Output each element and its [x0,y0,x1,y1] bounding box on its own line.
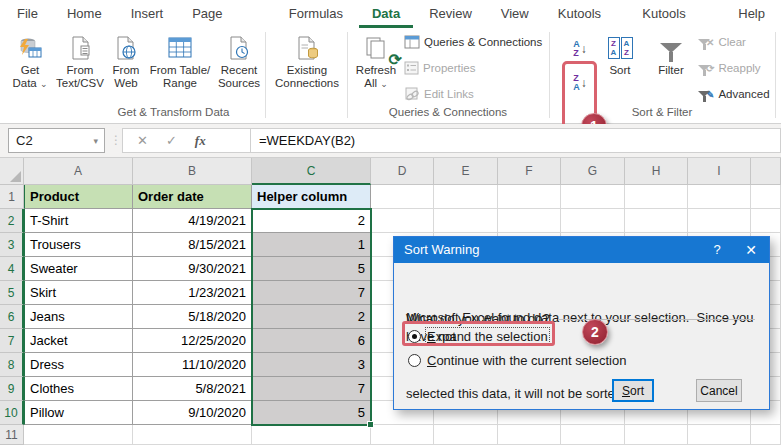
column-header-E[interactable]: E [434,158,498,185]
tab-view[interactable]: View [488,0,542,28]
get-data-button[interactable]: Get Data ⌄ [8,32,52,91]
cell-C2[interactable]: 2 [252,209,371,233]
name-box-dropdown-icon[interactable]: ▾ [93,136,98,146]
recent-sources-button[interactable]: Recent Sources [214,32,264,90]
cell-A2[interactable]: T-Shirt [24,209,133,233]
cell-D2[interactable] [371,209,434,233]
radio-expand-label[interactable]: Expand the selection [427,329,548,344]
cell-B7[interactable]: 12/25/2020 [133,329,252,353]
properties-button[interactable]: Properties [404,58,475,78]
from-web-button[interactable]: From Web [106,32,146,90]
cell-B3[interactable]: 8/15/2021 [133,233,252,257]
tab-file[interactable]: File [4,0,51,28]
queries-connections-button[interactable]: Queries & Connections [404,32,542,52]
radio-expand-selection[interactable]: Expand the selection [408,327,548,345]
cell-H1[interactable] [625,185,688,209]
cell-B4[interactable]: 9/30/2021 [133,257,252,281]
dialog-help-button[interactable]: ? [701,237,733,263]
tab-help[interactable]: Help [725,0,778,28]
cell-A6[interactable]: Jeans [24,305,133,329]
row-header-9[interactable]: 9 [0,377,24,401]
row-header-8[interactable]: 8 [0,353,24,377]
tab-formulas[interactable]: Formulas [276,0,356,28]
column-header-H[interactable]: H [625,158,688,185]
row-header-4[interactable]: 4 [0,257,24,281]
cell-A9[interactable]: Clothes [24,377,133,401]
cell-B5[interactable]: 1/23/2021 [133,281,252,305]
refresh-all-button[interactable]: ⟳ Refresh All ⌄ [352,32,400,91]
column-header-C[interactable]: C [252,158,371,185]
column-header-G[interactable]: G [561,158,625,185]
cell-C5[interactable]: 7 [252,281,371,305]
cell-C3[interactable]: 1 [252,233,371,257]
sort-descending-button[interactable]: ZA ↓ [566,68,594,98]
dialog-cancel-button[interactable]: Cancel [696,379,742,402]
cell-partial-2[interactable] [751,209,781,233]
cell-G1[interactable] [561,185,625,209]
column-header-D[interactable]: D [371,158,434,185]
filter-button[interactable]: Filter [648,32,694,77]
cell-C7[interactable]: 6 [252,329,371,353]
insert-function-icon[interactable]: fx [195,133,206,149]
edit-links-button[interactable]: Edit Links [404,84,474,104]
row-header-5[interactable]: 5 [0,281,24,305]
cell-A11[interactable] [24,425,133,445]
cell-I2[interactable] [688,209,751,233]
sort-ascending-button[interactable]: AZ ↓ [566,34,594,64]
column-header-B[interactable]: B [133,158,252,185]
from-text-csv-button[interactable]: From Text/CSV [54,32,106,90]
tab-page-layout[interactable]: Page Layout [179,0,273,28]
formula-input[interactable]: =WEEKDAY(B2) [250,128,781,153]
cell-F1[interactable] [498,185,561,209]
cell-C8[interactable]: 3 [252,353,371,377]
from-table-range-button[interactable]: From Table/ Range [146,32,214,90]
cell-A8[interactable]: Dress [24,353,133,377]
select-all-corner[interactable] [0,158,24,185]
column-header-partial[interactable] [751,158,781,185]
cell-A4[interactable]: Sweater [24,257,133,281]
radio-continue-label[interactable]: Continue with the current selection [427,353,626,368]
cell-B8[interactable]: 11/10/2020 [133,353,252,377]
reapply-filter-button[interactable]: ⟳ Reapply [698,58,761,78]
tab-kutools-plus[interactable]: Kutools Plus [629,0,722,28]
cell-H2[interactable] [625,209,688,233]
dialog-close-icon[interactable]: ✕ [735,237,767,263]
cell-C4[interactable]: 5 [252,257,371,281]
formula-bar-handle[interactable]: ⋮ [110,133,121,147]
cancel-entry-icon[interactable]: ✕ [137,133,148,148]
cell-F2[interactable] [498,209,561,233]
row-header-7[interactable]: 7 [0,329,24,353]
cell-A5[interactable]: Skirt [24,281,133,305]
clear-filter-button[interactable]: ✕ Clear [698,32,746,52]
cell-A1[interactable]: Product [24,185,133,209]
cell-B6[interactable]: 5/18/2020 [133,305,252,329]
cell-C11[interactable] [252,425,371,445]
cell-A10[interactable]: Pillow [24,401,133,425]
cell-A7[interactable]: Jacket [24,329,133,353]
tab-insert[interactable]: Insert [118,0,177,28]
cell-C9[interactable]: 7 [252,377,371,401]
radio-selected-icon[interactable] [408,330,421,343]
confirm-entry-icon[interactable]: ✓ [166,133,177,148]
cell-C10[interactable]: 5 [252,401,371,425]
row-header-10[interactable]: 10 [0,401,24,425]
cell-B9[interactable]: 5/8/2021 [133,377,252,401]
dialog-sort-button[interactable]: Sort [612,379,654,402]
cell-B2[interactable]: 4/19/2021 [133,209,252,233]
column-header-F[interactable]: F [498,158,561,185]
row-header-6[interactable]: 6 [0,305,24,329]
existing-connections-button[interactable]: Existing Connections [270,32,344,90]
cell-C1[interactable]: Helper column [252,185,371,209]
tab-kutools[interactable]: Kutools ™ [545,0,627,28]
row-header-1[interactable]: 1 [0,185,24,209]
cell-E2[interactable] [434,209,498,233]
cell-B10[interactable]: 9/10/2020 [133,401,252,425]
name-box[interactable]: C2 ▾ [8,128,105,153]
cell-C6[interactable]: 2 [252,305,371,329]
cell-D1[interactable] [371,185,434,209]
cell-A3[interactable]: Trousers [24,233,133,257]
cell-I1[interactable] [688,185,751,209]
cell-B11[interactable] [133,425,252,445]
cell-E1[interactable] [434,185,498,209]
row-header-2[interactable]: 2 [0,209,24,233]
